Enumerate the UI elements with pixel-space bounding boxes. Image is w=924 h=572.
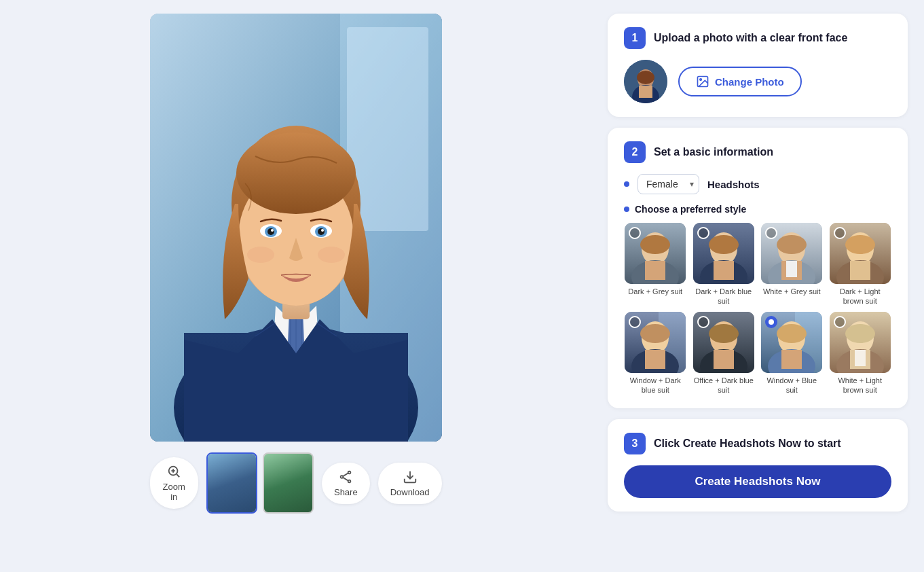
download-label: Download [390, 487, 430, 497]
left-panel: Zoom in Share [0, 0, 591, 572]
style-label-3: White + Grey suit [763, 287, 821, 296]
svg-rect-46 [645, 261, 665, 280]
style-label: Choose a preferred style [635, 204, 746, 215]
svg-point-77 [777, 324, 807, 343]
style-label-8: White + Light brown suit [829, 376, 892, 395]
share-button[interactable]: Share [322, 463, 370, 504]
style-section: Choose a preferred style [624, 204, 891, 215]
style-label-2: Dark + Dark blue suit [692, 287, 756, 306]
step1-header: 1 Upload a photo with a clear front face [624, 27, 891, 49]
type-label: Headshots [707, 179, 760, 190]
change-photo-button[interactable]: Change Photo [678, 67, 802, 96]
download-button[interactable]: Download [378, 463, 442, 504]
svg-rect-62 [850, 261, 870, 280]
svg-point-66 [640, 324, 670, 343]
svg-rect-79 [781, 350, 802, 369]
svg-rect-57 [786, 261, 797, 277]
info-row: Female Male Headshots [624, 174, 891, 194]
main-image [150, 14, 442, 442]
user-avatar [624, 60, 667, 103]
right-panel: 1 Upload a photo with a clear front face [591, 0, 924, 572]
style-item-5[interactable]: Window + Dark blue suit [624, 312, 687, 395]
svg-rect-39 [639, 86, 652, 98]
style-item-4[interactable]: Dark + Light brown suit [829, 223, 892, 306]
svg-point-20 [318, 228, 325, 235]
style-label-5: Window + Dark blue suit [624, 376, 687, 395]
step3-number: 3 [624, 433, 646, 454]
zoom-in-label: Zoom in [162, 482, 186, 502]
thumbnail-1[interactable] [206, 452, 257, 514]
svg-point-60 [845, 235, 875, 254]
style-radio-5 [629, 316, 641, 328]
gender-select[interactable]: Female Male [637, 174, 699, 194]
step1-card: 1 Upload a photo with a clear front face [608, 14, 908, 117]
step1-title: Upload a photo with a clear front face [654, 32, 847, 44]
style-radio-4 [834, 227, 846, 239]
svg-line-33 [344, 477, 348, 480]
zoom-in-button[interactable]: Zoom in [150, 457, 198, 509]
style-radio-6 [697, 316, 709, 328]
svg-point-49 [709, 235, 739, 254]
svg-point-29 [348, 471, 351, 473]
svg-line-26 [177, 474, 179, 477]
create-headshots-button[interactable]: Create Headshots Now [624, 465, 891, 498]
style-radio-2 [697, 227, 709, 239]
style-bullet-icon [624, 207, 629, 212]
thumbnails-row [206, 452, 314, 514]
styles-grid: Dark + Grey suit [624, 223, 891, 395]
svg-point-37 [637, 71, 654, 84]
style-item-3[interactable]: White + Grey suit [760, 223, 824, 306]
gender-select-wrapper[interactable]: Female Male [637, 174, 699, 194]
style-item-6[interactable]: Office + Dark blue suit [692, 312, 756, 395]
step2-number: 2 [624, 141, 646, 163]
svg-point-21 [271, 229, 274, 232]
svg-rect-68 [645, 350, 665, 369]
thumbnail-2[interactable] [263, 452, 314, 514]
svg-point-31 [348, 480, 351, 482]
style-item-2[interactable]: Dark + Dark blue suit [692, 223, 756, 306]
step3-title: Click Create Headshots Now to start [654, 437, 841, 450]
style-label-7: Window + Blue suit [760, 376, 824, 395]
style-item-1[interactable]: Dark + Grey suit [624, 223, 687, 306]
step2-header: 2 Set a basic information [624, 141, 891, 163]
step2-title: Set a basic information [654, 146, 773, 158]
style-radio-7 [765, 316, 777, 328]
svg-point-23 [247, 247, 274, 263]
step3-card: 3 Click Create Headshots Now to start Cr… [608, 419, 908, 512]
svg-rect-85 [855, 350, 866, 366]
svg-point-30 [341, 476, 344, 478]
svg-point-19 [267, 228, 274, 235]
svg-point-24 [318, 247, 345, 263]
svg-point-14 [236, 132, 356, 214]
style-item-8[interactable]: White + Light brown suit [829, 312, 892, 395]
step2-card: 2 Set a basic information Female Male He… [608, 128, 908, 408]
svg-point-71 [709, 324, 739, 343]
style-item-7[interactable]: Window + Blue suit [760, 312, 824, 395]
style-label-4: Dark + Light brown suit [829, 287, 892, 306]
svg-rect-51 [714, 261, 734, 280]
style-label-6: Office + Dark blue suit [692, 376, 756, 395]
style-radio-8 [834, 316, 846, 328]
svg-point-22 [321, 229, 324, 232]
svg-line-32 [344, 473, 348, 476]
svg-point-54 [777, 235, 807, 254]
toolbar: Zoom in Share [150, 452, 442, 514]
svg-point-41 [700, 79, 702, 81]
photo-upload-row: Change Photo [624, 60, 891, 103]
share-label: Share [334, 487, 358, 497]
svg-point-82 [845, 324, 875, 343]
step3-header: 3 Click Create Headshots Now to start [624, 433, 891, 454]
step1-number: 1 [624, 27, 646, 49]
bullet-icon [624, 181, 629, 187]
style-label-1: Dark + Grey suit [628, 287, 682, 296]
svg-point-44 [640, 235, 670, 254]
change-photo-label: Change Photo [715, 76, 784, 88]
svg-rect-73 [714, 350, 734, 369]
